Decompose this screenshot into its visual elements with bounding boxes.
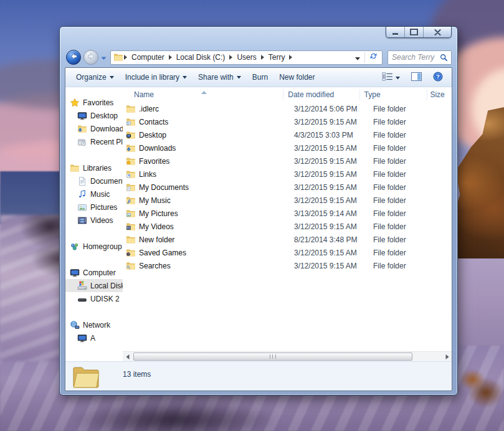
sidebar-item-a[interactable]: A bbox=[65, 331, 123, 344]
folder-icon bbox=[126, 156, 136, 166]
breadcrumb-separator-icon[interactable] bbox=[168, 55, 173, 60]
table-row[interactable]: My Videos3/12/2015 9:15 AMFile folder bbox=[123, 220, 452, 233]
column-header-type[interactable]: Type bbox=[360, 89, 428, 100]
desktop-wallpaper: ComputerLocal Disk (C:)UsersTerry Organi… bbox=[0, 0, 504, 431]
usb-drive-icon bbox=[77, 294, 87, 304]
breadcrumb-separator-icon[interactable] bbox=[229, 55, 233, 60]
table-row[interactable]: Searches3/12/2015 9:15 AMFile folder bbox=[123, 259, 452, 272]
sidebar-item-local-disk-c-[interactable]: Local Disk (C:) bbox=[65, 279, 123, 292]
sidebar-item-label: Videos bbox=[90, 216, 113, 225]
toolbar-organize[interactable]: Organize bbox=[70, 70, 120, 84]
breadcrumb-item[interactable]: Computer bbox=[128, 53, 168, 62]
file-date-cell: 4/3/2015 3:03 PM bbox=[290, 131, 369, 140]
maximize-button[interactable] bbox=[405, 27, 424, 37]
breadcrumb-separator-icon[interactable] bbox=[260, 55, 265, 60]
toolbar-new-folder[interactable]: New folder bbox=[273, 70, 320, 84]
folder-download-icon bbox=[77, 124, 87, 134]
sidebar-item-favorites[interactable]: Favorites bbox=[65, 96, 123, 109]
sidebar-group-favorites: FavoritesDesktopDownloadsRecent Places bbox=[65, 96, 123, 148]
film-icon bbox=[77, 215, 87, 225]
preview-pane-button[interactable] bbox=[409, 70, 424, 85]
toolbar-item-label: Include in library bbox=[125, 73, 179, 82]
table-row[interactable]: Desktop4/3/2015 3:03 PMFile folder bbox=[123, 128, 452, 141]
breadcrumb-separator-icon[interactable] bbox=[288, 55, 293, 60]
network-globe-icon bbox=[70, 320, 80, 330]
sidebar-item-homegroup[interactable]: Homegroup bbox=[65, 240, 123, 253]
breadcrumb-separator-icon[interactable] bbox=[123, 55, 128, 60]
file-date-cell: 3/12/2015 9:15 AM bbox=[290, 157, 369, 166]
file-type-cell: File folder bbox=[369, 170, 439, 179]
large-folder-icon bbox=[72, 363, 100, 391]
computer-small-icon bbox=[77, 333, 87, 343]
column-header-date-modified[interactable]: Date modified bbox=[283, 89, 359, 100]
toolbar-share-with[interactable]: Share with bbox=[193, 70, 247, 84]
table-row[interactable]: .idlerc3/12/2014 5:06 PMFile folder bbox=[123, 102, 452, 115]
table-row[interactable]: Links3/12/2015 9:15 AMFile folder bbox=[123, 168, 452, 181]
change-view-button[interactable] bbox=[379, 70, 402, 85]
window-controls bbox=[386, 27, 452, 38]
folder-icon bbox=[126, 209, 136, 219]
breadcrumb-item[interactable]: Local Disk (C:) bbox=[173, 53, 229, 62]
back-button[interactable] bbox=[66, 50, 81, 65]
help-button[interactable]: ? bbox=[430, 70, 445, 85]
sidebar-item-downloads[interactable]: Downloads bbox=[65, 122, 123, 135]
table-row[interactable]: Favorites3/12/2015 9:15 AMFile folder bbox=[123, 154, 452, 168]
breadcrumb-item[interactable]: Terry bbox=[265, 53, 289, 62]
file-name-cell: Desktop bbox=[123, 130, 290, 140]
file-type-cell: File folder bbox=[369, 105, 439, 113]
scroll-left-arrow-icon[interactable] bbox=[123, 352, 132, 361]
file-date-cell: 3/12/2015 9:15 AM bbox=[290, 196, 369, 205]
file-name-cell: My Videos bbox=[123, 222, 290, 232]
table-row[interactable]: Downloads3/12/2015 9:15 AMFile folder bbox=[123, 141, 452, 154]
sidebar-item-udisk-2[interactable]: UDISK 2 bbox=[65, 292, 123, 305]
refresh-button[interactable] bbox=[366, 52, 381, 63]
address-dropdown-button[interactable] bbox=[352, 52, 363, 63]
file-name-cell: Saved Games bbox=[123, 248, 290, 258]
minimize-button[interactable] bbox=[386, 27, 405, 37]
sidebar-item-music[interactable]: Music bbox=[65, 187, 123, 201]
file-type-cell: File folder bbox=[369, 157, 439, 166]
details-pane: 13 items bbox=[65, 361, 452, 391]
sidebar-item-libraries[interactable]: Libraries bbox=[65, 161, 123, 174]
forward-arrow-icon bbox=[87, 52, 95, 63]
sidebar-item-videos[interactable]: Videos bbox=[65, 214, 123, 227]
sidebar-item-desktop[interactable]: Desktop bbox=[65, 109, 123, 122]
maximize-icon bbox=[410, 29, 418, 36]
navigation-bar: ComputerLocal Disk (C:)UsersTerry bbox=[60, 47, 457, 67]
folder-icon bbox=[126, 130, 136, 140]
table-row[interactable]: My Documents3/12/2015 9:15 AMFile folder bbox=[123, 181, 452, 194]
recent-pages-dropdown[interactable] bbox=[101, 52, 107, 63]
sidebar-item-pictures[interactable]: Pictures bbox=[65, 201, 123, 214]
toolbar-burn[interactable]: Burn bbox=[247, 70, 273, 84]
toolbar-item-label: Burn bbox=[252, 73, 268, 82]
address-bar[interactable]: ComputerLocal Disk (C:)UsersTerry bbox=[110, 50, 383, 65]
folder-icon bbox=[126, 104, 136, 114]
table-row[interactable]: My Music3/12/2015 9:15 AMFile folder bbox=[123, 194, 452, 207]
toolbar-include-in-library[interactable]: Include in library bbox=[120, 70, 193, 84]
file-type-cell: File folder bbox=[369, 118, 439, 126]
table-row[interactable]: Contacts3/12/2015 9:15 AMFile folder bbox=[123, 115, 452, 128]
command-toolbar: OrganizeInclude in libraryShare withBurn… bbox=[65, 68, 452, 87]
sidebar-item-network[interactable]: Network bbox=[65, 318, 123, 331]
sidebar-item-recent-places[interactable]: Recent Places bbox=[65, 135, 123, 148]
column-header-size[interactable]: Size bbox=[427, 89, 452, 100]
breadcrumb-item[interactable]: Users bbox=[233, 53, 260, 62]
scroll-right-arrow-icon[interactable] bbox=[442, 352, 452, 361]
forward-button[interactable] bbox=[83, 50, 98, 65]
scrollbar-thumb[interactable] bbox=[133, 353, 412, 361]
search-icon[interactable] bbox=[439, 54, 451, 62]
file-date-cell: 3/12/2015 9:15 AM bbox=[290, 262, 369, 270]
file-date-cell: 3/13/2015 9:14 AM bbox=[290, 209, 369, 218]
sidebar-item-computer[interactable]: Computer bbox=[65, 266, 123, 279]
table-row[interactable]: Saved Games3/12/2015 9:15 AMFile folder bbox=[123, 246, 452, 259]
file-name-cell: Contacts bbox=[123, 117, 290, 127]
close-button[interactable] bbox=[424, 27, 451, 37]
sidebar-item-documents[interactable]: Documents bbox=[65, 174, 123, 187]
table-row[interactable]: New folder8/21/2014 3:48 PMFile folder bbox=[123, 233, 452, 246]
horizontal-scrollbar[interactable] bbox=[123, 351, 452, 361]
search-input[interactable] bbox=[388, 53, 439, 62]
chevron-down-icon bbox=[110, 76, 114, 79]
title-bar[interactable] bbox=[60, 27, 457, 47]
table-row[interactable]: My Pictures3/13/2015 9:14 AMFile folder bbox=[123, 207, 452, 220]
file-date-cell: 3/12/2015 9:15 AM bbox=[290, 249, 369, 257]
